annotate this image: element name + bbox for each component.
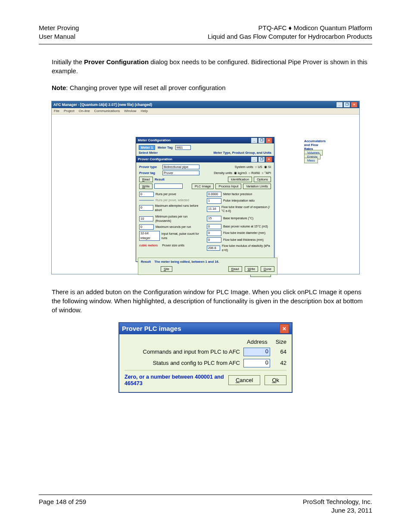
plc-row: Status and config to PLC from AFC 0 42 [125,359,286,367]
inside-dia-input[interactable]: 0 [207,230,221,236]
plc-address-input[interactable]: 0 [243,348,270,356]
maximize-icon[interactable]: ❐ [343,102,350,108]
result-box [154,184,183,189]
col-header-size: Size [274,339,286,345]
plc-row: Commands and input from PLC to AFC 0 64 [125,348,286,356]
done-button-2[interactable]: Done [261,266,274,272]
wall-thick-input[interactable]: 0 [207,237,221,243]
input-format-select[interactable]: 32-bit integer [139,231,160,241]
meter-tag-label: Meter Tag [158,146,173,149]
system-units-label: System units [235,165,253,169]
maximize-icon[interactable]: ❐ [258,156,265,162]
note-text: : Changing prover type will reset all pr… [66,83,225,92]
menu-project[interactable]: Project [64,109,75,113]
meter-tag-input[interactable]: M01 [175,145,191,150]
identification-button[interactable]: Identification [228,177,252,182]
plc-row-label: Status and config to PLC from AFC [125,360,240,366]
variation-limits-button[interactable]: Variation Limits [243,184,271,189]
density-units-label: Density units [214,171,232,175]
afc-titlebar[interactable]: AFC Manager - [Quantum-16(4) 2.07] (new … [52,101,359,108]
page-header: Meter Proving User Manual PTQ-AFC ♦ Modi… [39,24,372,41]
menu-help[interactable]: Help [141,109,148,113]
base-volume-input[interactable]: 0 [207,224,221,230]
read-button[interactable]: Read [139,177,153,182]
prover-config-window: Prover Configuration _ ❐ × Prover type B… [136,156,274,262]
prover-tag-input[interactable]: Prover [162,171,199,175]
intro-bold: Prover Configuration [84,58,149,65]
plc-dialog-title: Prover PLC images [122,325,181,332]
meter-button[interactable]: Meter 1 [139,145,155,150]
du-kg[interactable]: ◉ kg/m3 [234,171,247,175]
minimize-icon[interactable]: _ [251,156,258,162]
plc-image-button[interactable]: PLC Image [192,184,214,189]
menu-comm[interactable]: Communications [94,109,120,113]
note-label: Note [52,83,66,92]
footer-right-1: ProSoft Technology, Inc. [303,498,372,506]
su-si[interactable]: ◉ SI [264,165,271,169]
close-icon[interactable]: × [280,324,289,333]
min-pulses-input[interactable]: 10 [139,216,153,222]
minimize-icon[interactable]: _ [251,137,258,143]
max-seconds-input[interactable]: 0 [139,224,154,230]
param-label: Meter factor precision [223,192,252,196]
mtpg-label: Meter Type, Product Group, and Units [214,151,271,155]
process-input-button[interactable]: Process Input [215,184,241,189]
menu-online[interactable]: On-line [79,109,90,113]
read-button-2[interactable]: Read [228,266,242,272]
plc-help-text: Zero, or a number between 400001 and 465… [125,374,224,387]
meter-factor-input[interactable]: 0.0000 [207,192,221,197]
base-temp-input[interactable]: 15 [207,216,221,221]
intro-paragraph: Initially the Prover Configuration dialo… [52,57,368,75]
du-api[interactable]: ○ °API [262,171,271,175]
select-meter-label: Select Meter [139,151,158,155]
close-icon[interactable]: × [265,156,272,162]
plc-address-input[interactable]: 0 [243,359,270,367]
pulse-ratio-input[interactable]: 1 [207,198,221,204]
header-rule [39,44,372,44]
result-panel: Result The meter being edited, between 1… [138,258,277,275]
param-label: Runs per prove, selected [156,198,189,202]
plc-size-value: 64 [274,348,286,355]
runs-per-prove-input[interactable]: 0 [139,192,154,197]
meter-config-titlebar[interactable]: Meter Configuration _ ❐ × [136,137,274,143]
cancel-button[interactable]: Cancel [228,375,260,385]
site-button[interactable]: Site [161,266,172,272]
prover-config-title: Prover Configuration [138,157,172,161]
minimize-icon[interactable]: _ [336,102,343,108]
prover-config-titlebar[interactable]: Prover Configuration _ ❐ × [136,156,274,162]
param-label: Flow tube wall thickness (mm) [223,238,264,242]
lin-coef-input[interactable]: 11.16 [207,206,220,212]
close-icon[interactable]: × [265,137,272,143]
menu-window[interactable]: Window [124,109,136,113]
maximize-icon[interactable]: ❐ [258,137,265,143]
prover-type-select[interactable]: Bidirectional pipe [162,165,199,169]
param-label: Flow tube modulus of elasticity (kPa e+6… [222,244,271,252]
result-group: Result [141,260,151,264]
write-button[interactable]: Write [139,184,153,189]
du-rd[interactable]: ○ Rd/60 [249,171,260,175]
modulus-input[interactable]: 206.8 [207,246,220,251]
intro-pre: Initially the [52,58,84,65]
param-label: Maximum seconds per run [156,225,191,229]
hdr-left-2: User Manual [39,32,79,41]
options-button[interactable]: Options [254,177,271,182]
max-runs-input[interactable]: 0 [139,205,153,211]
param-label: Pulse interpolation ratio [223,199,255,203]
menu-file[interactable]: File [54,109,59,113]
meter-config-window: Meter Configuration _ ❐ × Meter 1 Meter … [136,137,274,157]
meter-config-title: Meter Configuration [138,138,171,142]
runs-selected-input [139,200,154,201]
param-label: Runs per prove [156,192,176,196]
plc-dialog-titlebar[interactable]: Prover PLC images × [119,323,292,334]
close-icon[interactable]: × [351,102,358,108]
write-button-2[interactable]: Write [245,266,258,272]
su-us[interactable]: ○ US [255,165,262,169]
result-hint: The meter being edited, between 1 and 16… [154,260,219,264]
footer-right-2: June 23, 2011 [303,506,372,515]
prover-type-label: Prover type [139,165,161,169]
mid-paragraph: There is an added buton on the Configura… [52,287,368,314]
right-param-col: 0.0000Meter factor precision 1Pulse inte… [207,192,271,254]
ok-button[interactable]: Ok [265,375,286,385]
col-header-address: Address [247,339,270,345]
afc-menubar: File Project On-line Communications Wind… [52,108,359,115]
